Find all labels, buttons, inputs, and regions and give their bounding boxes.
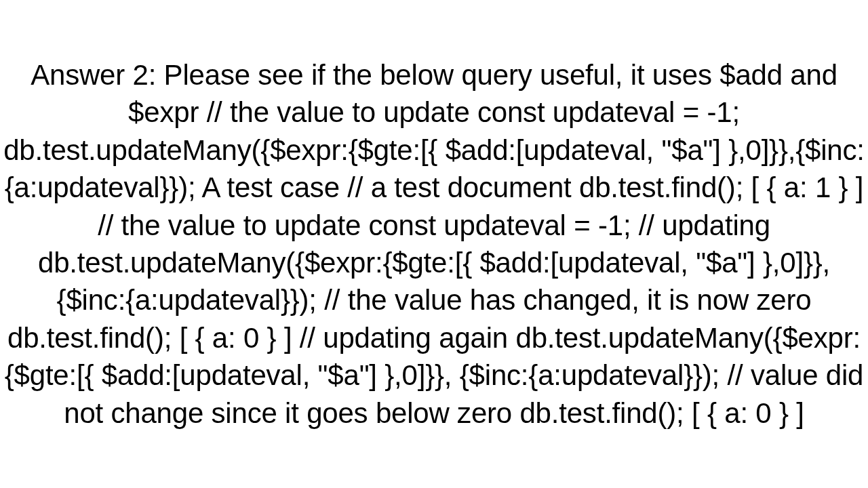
answer-text-block: Answer 2: Please see if the below query …	[0, 0, 868, 488]
